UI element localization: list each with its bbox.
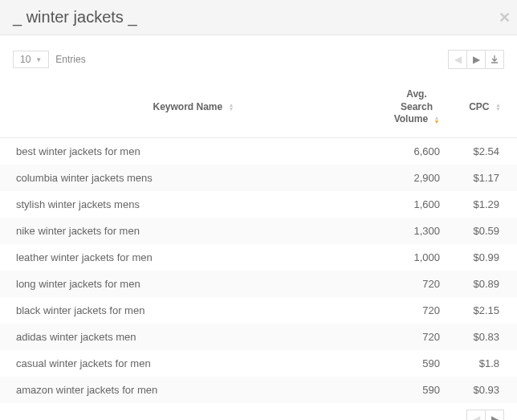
cell-cpc: $2.15 <box>453 297 517 324</box>
table-row: best winter jackets for men6,600$2.54 <box>0 137 517 165</box>
entries-label: Entries <box>55 54 85 65</box>
cell-volume: 1,600 <box>381 191 453 218</box>
controls-bar: 10 ▼ Entries ◀ ▶ <box>0 35 517 77</box>
next-page-button[interactable]: ▶ <box>485 410 504 420</box>
cell-cpc: $2.54 <box>453 137 517 165</box>
cell-volume: 1,000 <box>381 244 453 271</box>
cell-cpc: $0.83 <box>453 324 517 350</box>
col-volume-l3: Volume <box>394 113 428 124</box>
next-page-button[interactable]: ▶ <box>466 50 486 69</box>
keywords-table: Keyword Name ▲▼ Avg. Search Volume ▲▼ CP… <box>0 77 517 403</box>
table-row: long winter jackets for men720$0.89 <box>0 271 517 297</box>
table-row: black winter jackets for men720$2.15 <box>0 297 517 324</box>
cell-volume: 2,900 <box>381 165 453 191</box>
download-icon <box>490 55 499 64</box>
col-keyword[interactable]: Keyword Name ▲▼ <box>0 77 381 137</box>
cell-cpc: $0.59 <box>453 218 517 244</box>
prev-page-button[interactable]: ◀ <box>466 410 486 420</box>
cell-cpc: $1.8 <box>453 350 517 377</box>
cell-keyword: stylish winter jackets mens <box>0 191 381 218</box>
table-row: columbia winter jackets mens2,900$1.17 <box>0 165 517 191</box>
cell-volume: 720 <box>381 297 453 324</box>
sort-icon: ▲▼ <box>229 103 234 111</box>
panel-header: _ winter jackets _ ✕ <box>0 0 517 35</box>
table-row: nike winter jackets for men1,300$0.59 <box>0 218 517 244</box>
bottom-nav: ◀ ▶ <box>467 410 504 420</box>
col-keyword-label: Keyword Name <box>153 101 223 112</box>
cell-keyword: adidas winter jackets men <box>0 324 381 350</box>
cell-volume: 720 <box>381 271 453 297</box>
cell-cpc: $0.89 <box>453 271 517 297</box>
footer-bar: ◀ ▶ <box>0 403 517 420</box>
cell-keyword: amazon winter jackets for men <box>0 377 381 403</box>
cell-keyword: leather winter jackets for men <box>0 244 381 271</box>
cell-keyword: columbia winter jackets mens <box>0 165 381 191</box>
cell-cpc: $1.29 <box>453 191 517 218</box>
cell-keyword: casual winter jackets for men <box>0 350 381 377</box>
cell-keyword: best winter jackets for men <box>0 137 381 165</box>
prev-page-button[interactable]: ◀ <box>448 50 467 69</box>
col-volume[interactable]: Avg. Search Volume ▲▼ <box>381 77 453 137</box>
table-row: adidas winter jackets men720$0.83 <box>0 324 517 350</box>
cell-cpc: $0.99 <box>453 244 517 271</box>
table-row: stylish winter jackets mens1,600$1.29 <box>0 191 517 218</box>
page-size-value: 10 <box>20 54 31 65</box>
sort-icon: ▲▼ <box>495 103 501 111</box>
cell-volume: 1,300 <box>381 218 453 244</box>
caret-down-icon: ▼ <box>35 56 42 63</box>
sort-icon: ▲▼ <box>434 116 439 124</box>
table-row: leather winter jackets for men1,000$0.99 <box>0 244 517 271</box>
page-size-select[interactable]: 10 ▼ <box>13 51 49 68</box>
cell-cpc: $0.93 <box>453 377 517 403</box>
download-button[interactable] <box>485 50 504 69</box>
top-nav: ◀ ▶ <box>449 50 504 69</box>
entries-control: 10 ▼ Entries <box>13 51 86 68</box>
cell-keyword: long winter jackets for men <box>0 271 381 297</box>
cell-volume: 720 <box>381 324 453 350</box>
cell-volume: 590 <box>381 377 453 403</box>
cell-cpc: $1.17 <box>453 165 517 191</box>
cell-volume: 590 <box>381 350 453 377</box>
col-cpc[interactable]: CPC ▲▼ <box>453 77 517 137</box>
cell-keyword: nike winter jackets for men <box>0 218 381 244</box>
close-icon[interactable]: ✕ <box>499 9 511 27</box>
table-row: casual winter jackets for men590$1.8 <box>0 350 517 377</box>
table-row: amazon winter jackets for men590$0.93 <box>0 377 517 403</box>
col-volume-l1: Avg. <box>406 88 427 100</box>
page-title: _ winter jackets _ <box>13 8 137 27</box>
col-cpc-label: CPC <box>469 101 489 112</box>
cell-volume: 6,600 <box>381 137 453 165</box>
col-volume-l2: Search <box>401 101 433 112</box>
cell-keyword: black winter jackets for men <box>0 297 381 324</box>
